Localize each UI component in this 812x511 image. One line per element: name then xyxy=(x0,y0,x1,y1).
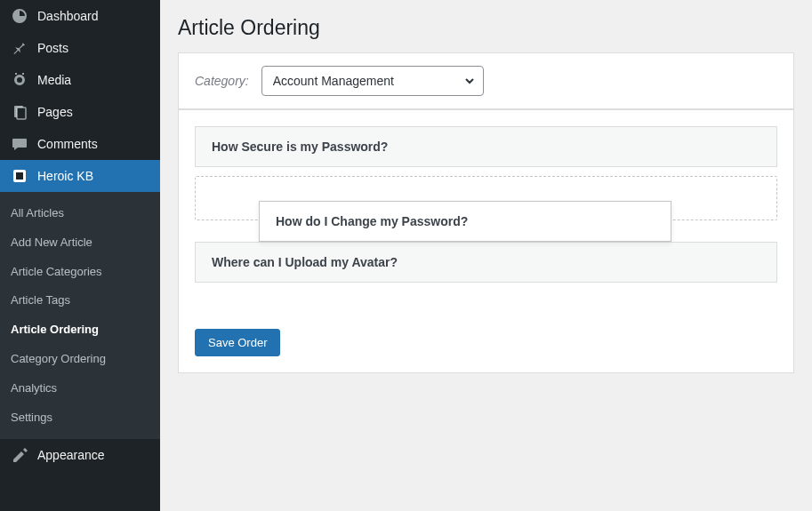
sidebar-item-label: Heroic KB xyxy=(37,169,93,183)
sortable-panel: How Secure is my Password? How do I Chan… xyxy=(178,109,794,373)
sidebar-item-heroic-kb[interactable]: Heroic KB xyxy=(0,160,160,192)
category-filter-panel: Category: Account Management xyxy=(178,52,794,109)
submenu-item-add-new-article[interactable]: Add New Article xyxy=(0,228,160,258)
article-item[interactable]: Where can I Upload my Avatar? xyxy=(195,242,777,283)
page-title: Article Ordering xyxy=(178,16,794,40)
sidebar-item-comments[interactable]: Comments xyxy=(0,128,160,160)
media-icon xyxy=(11,71,28,89)
submenu-item-analytics[interactable]: Analytics xyxy=(0,374,160,403)
article-item[interactable]: How Secure is my Password? xyxy=(195,126,777,167)
save-row: Save Order xyxy=(179,329,793,372)
sidebar-item-label: Pages xyxy=(37,105,73,119)
save-order-button[interactable]: Save Order xyxy=(195,329,280,356)
sidebar-submenu: All Articles Add New Article Article Cat… xyxy=(0,192,160,439)
sidebar-item-dashboard[interactable]: Dashboard xyxy=(0,0,160,32)
category-select-wrap: Account Management xyxy=(261,66,484,96)
pin-icon xyxy=(11,39,28,57)
sidebar-item-label: Dashboard xyxy=(37,9,99,23)
sidebar-item-pages[interactable]: Pages xyxy=(0,96,160,128)
sidebar-item-label: Media xyxy=(37,73,71,87)
category-label: Category: xyxy=(195,74,249,88)
sidebar-item-posts[interactable]: Posts xyxy=(0,32,160,64)
heroic-kb-icon xyxy=(11,167,28,185)
sidebar-item-media[interactable]: Media xyxy=(0,64,160,96)
article-sortable-list: How Secure is my Password? How do I Chan… xyxy=(195,126,777,283)
pages-icon xyxy=(11,103,28,121)
submenu-item-article-categories[interactable]: Article Categories xyxy=(0,258,160,287)
sidebar-item-appearance[interactable]: Appearance xyxy=(0,439,160,471)
svg-rect-1 xyxy=(17,108,26,119)
sidebar-item-label: Posts xyxy=(37,41,68,55)
submenu-item-article-ordering[interactable]: Article Ordering xyxy=(0,315,160,345)
submenu-item-all-articles[interactable]: All Articles xyxy=(0,199,160,228)
article-item-dragging[interactable]: How do I Change my Password? xyxy=(259,201,671,242)
dashboard-icon xyxy=(11,7,28,25)
comments-icon xyxy=(11,135,28,153)
sidebar-item-label: Appearance xyxy=(37,448,105,462)
submenu-item-settings[interactable]: Settings xyxy=(0,403,160,433)
submenu-item-category-ordering[interactable]: Category Ordering xyxy=(0,345,160,374)
sidebar-item-label: Comments xyxy=(37,137,98,151)
appearance-icon xyxy=(11,446,28,464)
svg-rect-3 xyxy=(16,172,23,180)
admin-sidebar: Dashboard Posts Media Pages Comments Her… xyxy=(0,0,160,511)
submenu-item-article-tags[interactable]: Article Tags xyxy=(0,286,160,315)
category-select[interactable]: Account Management xyxy=(261,66,484,96)
main-content: Article Ordering Category: Account Manag… xyxy=(160,0,812,511)
